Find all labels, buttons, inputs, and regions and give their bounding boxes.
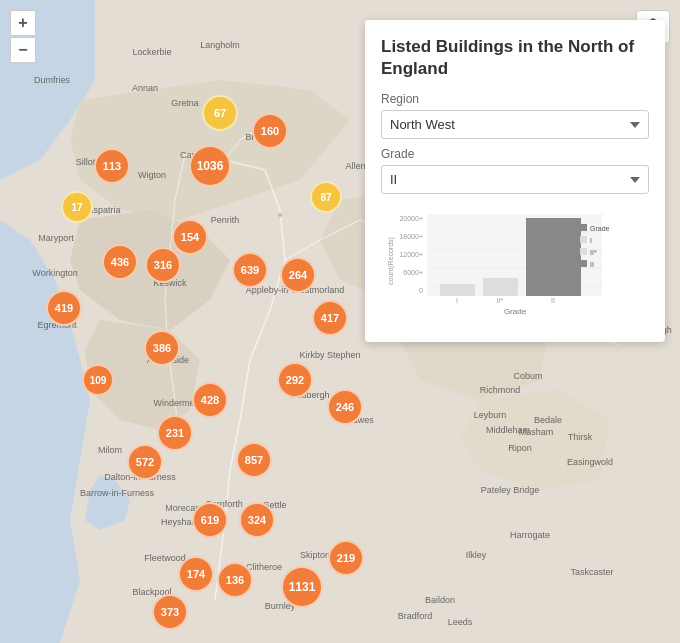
zoom-out-button[interactable]: − — [10, 37, 36, 63]
svg-text:12000+: 12000+ — [399, 251, 423, 258]
svg-point-2 — [278, 213, 282, 217]
chart-container: 20000+ 18000+ 12000+ 6000+ 0 count(Recor… — [381, 206, 649, 326]
region-label: Region — [381, 92, 649, 106]
svg-rect-14 — [440, 284, 475, 296]
svg-rect-25 — [580, 248, 587, 255]
zoom-controls: + − — [10, 10, 36, 63]
svg-rect-15 — [483, 278, 518, 296]
grade-select[interactable]: II II* I — [381, 165, 649, 194]
map-container: LockerbieLangholmMorpethDumfriesAnnanGre… — [0, 0, 680, 643]
svg-text:6000+: 6000+ — [403, 269, 423, 276]
svg-text:I: I — [456, 297, 458, 304]
zoom-in-button[interactable]: + — [10, 10, 36, 36]
svg-text:0: 0 — [419, 287, 423, 294]
svg-text:18000+: 18000+ — [399, 233, 423, 240]
svg-rect-23 — [580, 236, 587, 243]
svg-text:II*: II* — [590, 249, 597, 256]
panel-title: Listed Buildings in the North of England — [381, 36, 649, 80]
info-panel: Listed Buildings in the North of England… — [365, 20, 665, 342]
svg-rect-16 — [526, 218, 581, 296]
svg-text:count(Records): count(Records) — [387, 237, 395, 285]
svg-text:II: II — [590, 261, 594, 268]
bar-chart: 20000+ 18000+ 12000+ 6000+ 0 count(Recor… — [381, 206, 649, 326]
svg-text:Grade: Grade — [590, 225, 610, 232]
svg-rect-21 — [580, 224, 587, 231]
svg-text:II*: II* — [497, 297, 504, 304]
region-select[interactable]: North West North East Yorkshire — [381, 110, 649, 139]
grade-label: Grade — [381, 147, 649, 161]
svg-text:II: II — [551, 297, 555, 304]
svg-text:Grade: Grade — [504, 307, 527, 316]
svg-rect-27 — [580, 260, 587, 267]
svg-text:20000+: 20000+ — [399, 215, 423, 222]
svg-text:I: I — [590, 237, 592, 244]
